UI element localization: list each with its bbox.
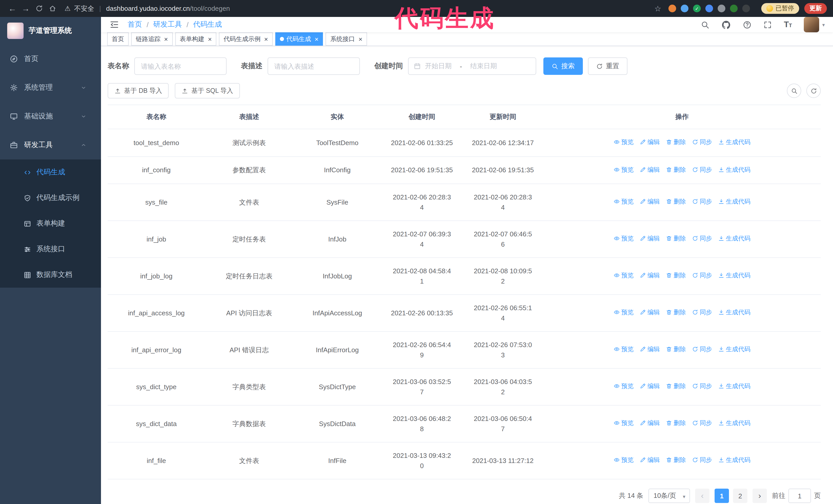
extension-icon[interactable]: ✓ — [693, 5, 701, 12]
paused-chip[interactable]: 已暂停 — [761, 3, 799, 14]
import-sql-button[interactable]: 基于 SQL 导入 — [175, 83, 240, 98]
generate-action-link[interactable]: 生成代码 — [718, 308, 751, 317]
address-bar[interactable]: ⚠ 不安全 | dashboard.yudao.iocoder.cn/tool/… — [65, 4, 648, 13]
delete-action-link[interactable]: 删除 — [666, 382, 686, 391]
sync-action-link[interactable]: 同步 — [692, 197, 712, 207]
page-button-1[interactable]: 1 — [715, 488, 729, 503]
page-button-2[interactable]: 2 — [733, 488, 747, 503]
search-icon[interactable] — [701, 20, 710, 29]
delete-action-link[interactable]: 删除 — [666, 137, 686, 147]
sync-action-link[interactable]: 同步 — [692, 456, 712, 465]
edit-action-link[interactable]: 编辑 — [640, 165, 660, 174]
tab-close-icon[interactable]: × — [315, 35, 318, 42]
delete-action-link[interactable]: 删除 — [666, 456, 686, 465]
logo[interactable]: 芋道管理系统 — [0, 17, 101, 45]
delete-action-link[interactable]: 删除 — [666, 271, 686, 280]
preview-action-link[interactable]: 预览 — [614, 418, 634, 428]
generate-action-link[interactable]: 生成代码 — [718, 234, 751, 243]
date-range-picker[interactable]: 开始日期 - 结束日期 — [408, 57, 536, 75]
sync-action-link[interactable]: 同步 — [692, 271, 712, 280]
github-icon[interactable] — [721, 20, 731, 29]
tab-close-icon[interactable]: × — [208, 35, 212, 42]
sidebar-item-2[interactable]: 基础设施 — [0, 102, 101, 131]
sidebar-subitem-0[interactable]: 代码生成 — [0, 160, 101, 185]
generate-action-link[interactable]: 生成代码 — [718, 271, 751, 280]
extension-icon[interactable] — [742, 5, 750, 12]
sidebar-item-0[interactable]: 首页 — [0, 45, 101, 73]
breadcrumb-item[interactable]: 研发工具 — [153, 20, 182, 29]
browser-refresh-icon[interactable] — [35, 4, 43, 13]
delete-action-link[interactable]: 删除 — [666, 308, 686, 317]
edit-action-link[interactable]: 编辑 — [640, 197, 660, 207]
tab-1[interactable]: 链路追踪× — [131, 32, 172, 46]
edit-action-link[interactable]: 编辑 — [640, 382, 660, 391]
generate-action-link[interactable]: 生成代码 — [718, 137, 751, 147]
delete-action-link[interactable]: 删除 — [666, 418, 686, 428]
extension-icon[interactable] — [718, 5, 725, 12]
generate-action-link[interactable]: 生成代码 — [718, 165, 751, 174]
sidebar-subitem-3[interactable]: 系统接口 — [0, 236, 101, 262]
generate-action-link[interactable]: 生成代码 — [718, 345, 751, 354]
breadcrumb-item[interactable]: 首页 — [128, 20, 142, 29]
preview-action-link[interactable]: 预览 — [614, 165, 634, 174]
tab-close-icon[interactable]: × — [264, 35, 268, 42]
edit-action-link[interactable]: 编辑 — [640, 308, 660, 317]
preview-action-link[interactable]: 预览 — [614, 382, 634, 391]
sync-action-link[interactable]: 同步 — [692, 165, 712, 174]
delete-action-link[interactable]: 删除 — [666, 345, 686, 354]
preview-action-link[interactable]: 预览 — [614, 197, 634, 207]
edit-action-link[interactable]: 编辑 — [640, 456, 660, 465]
sync-action-link[interactable]: 同步 — [692, 137, 712, 147]
preview-action-link[interactable]: 预览 — [614, 234, 634, 243]
extension-icon[interactable] — [730, 5, 738, 12]
fullscreen-icon[interactable] — [763, 20, 772, 29]
prev-page-button[interactable]: ‹ — [695, 488, 710, 503]
tab-5[interactable]: 系统接口× — [326, 32, 367, 46]
generate-action-link[interactable]: 生成代码 — [718, 197, 751, 207]
help-icon[interactable] — [743, 20, 752, 29]
sidebar-subitem-1[interactable]: 代码生成示例 — [0, 185, 101, 211]
tab-0[interactable]: 首页 — [107, 32, 129, 46]
edit-action-link[interactable]: 编辑 — [640, 271, 660, 280]
breadcrumb-item[interactable]: 代码生成 — [193, 20, 222, 29]
sidebar-fold-icon[interactable] — [109, 20, 119, 30]
table-desc-input[interactable] — [268, 57, 360, 75]
generate-action-link[interactable]: 生成代码 — [718, 418, 751, 428]
preview-action-link[interactable]: 预览 — [614, 137, 634, 147]
sync-action-link[interactable]: 同步 — [692, 382, 712, 391]
page-size-select[interactable]: 10条/页 ▾ — [648, 488, 690, 503]
browser-back-icon[interactable]: ← — [6, 2, 19, 15]
bookmark-star-icon[interactable]: ☆ — [654, 4, 661, 13]
next-page-button[interactable]: › — [753, 488, 767, 503]
goto-page-input[interactable] — [788, 488, 811, 503]
edit-action-link[interactable]: 编辑 — [640, 418, 660, 428]
delete-action-link[interactable]: 删除 — [666, 197, 686, 207]
search-button[interactable]: 搜索 — [543, 57, 583, 75]
sync-action-link[interactable]: 同步 — [692, 345, 712, 354]
table-name-input[interactable] — [134, 57, 227, 75]
tab-2[interactable]: 表单构建× — [175, 32, 216, 46]
sync-action-link[interactable]: 同步 — [692, 234, 712, 243]
edit-action-link[interactable]: 编辑 — [640, 137, 660, 147]
edit-action-link[interactable]: 编辑 — [640, 234, 660, 243]
extension-icon[interactable] — [668, 5, 676, 12]
tab-close-icon[interactable]: × — [359, 35, 362, 42]
preview-action-link[interactable]: 预览 — [614, 345, 634, 354]
sidebar-subitem-2[interactable]: 表单构建 — [0, 211, 101, 236]
sidebar-item-3[interactable]: 研发工具 — [0, 131, 101, 160]
import-db-button[interactable]: 基于 DB 导入 — [108, 83, 169, 98]
reset-button[interactable]: 重置 — [588, 57, 627, 75]
preview-action-link[interactable]: 预览 — [614, 456, 634, 465]
preview-action-link[interactable]: 预览 — [614, 271, 634, 280]
tab-close-icon[interactable]: × — [164, 35, 168, 42]
sync-action-link[interactable]: 同步 — [692, 418, 712, 428]
toggle-search-button[interactable] — [787, 83, 801, 98]
tab-4[interactable]: 代码生成× — [275, 32, 323, 46]
edit-action-link[interactable]: 编辑 — [640, 345, 660, 354]
sidebar-item-1[interactable]: 系统管理 — [0, 73, 101, 102]
browser-forward-icon[interactable]: → — [20, 2, 32, 15]
generate-action-link[interactable]: 生成代码 — [718, 382, 751, 391]
refresh-table-button[interactable] — [806, 83, 821, 98]
sync-action-link[interactable]: 同步 — [692, 308, 712, 317]
tab-3[interactable]: 代码生成示例× — [219, 32, 272, 46]
